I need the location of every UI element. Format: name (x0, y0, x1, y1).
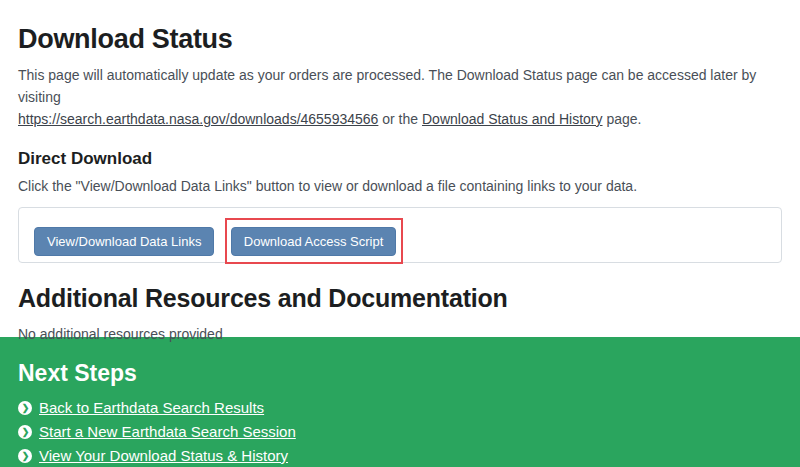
circle-arrow-right-icon: ❯ (18, 401, 32, 415)
circle-arrow-right-icon: ❯ (18, 425, 32, 439)
direct-download-description: Click the "View/Download Data Links" but… (18, 178, 782, 194)
start-new-earthdata-search-session-link[interactable]: Start a New Earthdata Search Session (39, 423, 296, 440)
view-download-data-links-button[interactable]: View/Download Data Links (34, 227, 214, 256)
download-status-history-link[interactable]: Download Status and History (422, 111, 603, 127)
circle-arrow-right-icon: ❯ (18, 449, 32, 463)
intro-text-line1: This page will automatically update as y… (18, 67, 756, 105)
view-history-link-row[interactable]: ❯ View Your Download Status & History (18, 447, 288, 464)
intro-text-mid: or the (378, 111, 422, 127)
additional-resources-heading: Additional Resources and Documentation (18, 284, 782, 313)
view-download-data-links-wrap: View/Download Data Links (34, 227, 214, 256)
download-page-url-link[interactable]: https://search.earthdata.nasa.gov/downlo… (18, 111, 378, 127)
back-to-results-link-row[interactable]: ❯ Back to Earthdata Search Results (18, 399, 264, 416)
direct-download-heading: Direct Download (18, 149, 782, 169)
new-session-link-row[interactable]: ❯ Start a New Earthdata Search Session (18, 423, 296, 440)
view-download-status-history-link[interactable]: View Your Download Status & History (39, 447, 288, 464)
next-steps-section: Next Steps ❯ Back to Earthdata Search Re… (0, 337, 800, 467)
intro-paragraph: This page will automatically update as y… (18, 64, 782, 130)
next-steps-heading: Next Steps (18, 360, 782, 387)
back-to-earthdata-search-results-link[interactable]: Back to Earthdata Search Results (39, 399, 264, 416)
download-links-panel: View/Download Data Links Download Access… (18, 207, 782, 263)
download-access-script-button[interactable]: Download Access Script (231, 227, 396, 256)
page-title: Download Status (18, 24, 782, 55)
download-status-page: Download Status This page will automatic… (0, 0, 800, 337)
intro-text-end: page. (603, 111, 642, 127)
download-access-script-wrap: Download Access Script (231, 227, 396, 256)
